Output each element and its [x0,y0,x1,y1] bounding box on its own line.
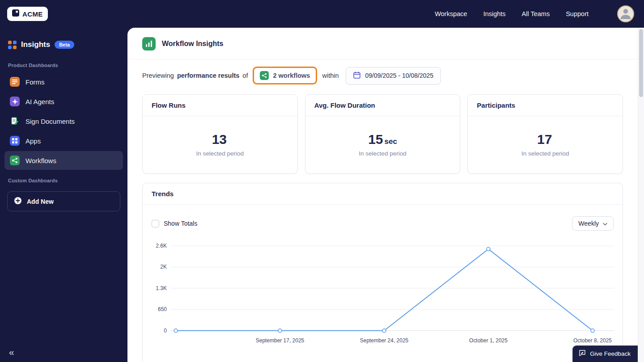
show-totals-toggle[interactable]: Show Totals [152,220,197,227]
nav-all-teams[interactable]: All Teams [522,10,550,17]
stat-subtitle: In selected period [196,150,244,157]
add-new-label: Add New [27,198,54,205]
data-point[interactable] [591,329,594,333]
workflows-selector-chip[interactable]: 2 workflows [253,67,317,84]
svg-text:September 24, 2025: September 24, 2025 [360,337,409,344]
sidebar-item-label: Forms [25,78,45,86]
stat-value: 13 [212,132,227,147]
person-icon [619,6,632,21]
nav-support[interactable]: Support [566,10,589,17]
svg-text:650: 650 [158,306,167,312]
preview-text: of [242,72,248,79]
top-nav: Workspace Insights All Teams Support [435,5,637,22]
trends-controls: Show Totals Weekly [143,205,623,233]
svg-text:1.3K: 1.3K [156,285,167,291]
chevron-down-icon [603,220,607,227]
sidebar-item-ai-agents[interactable]: AI Agents [4,92,123,111]
stat-card-flow-runs: Flow Runs 13 In selected period [142,94,298,174]
data-point[interactable] [278,329,282,333]
stat-card-avg-flow-duration: Avg. Flow Duration 15sec In selected per… [305,94,461,174]
stat-value: 15 [368,132,383,147]
trends-chart: 06501.3K2K2.6KSeptember 17, 2025Septembe… [143,233,623,362]
sidebar-item-label: Apps [25,137,41,145]
ai-agents-icon [10,97,20,106]
acme-logo[interactable]: ACME [7,7,48,21]
collapse-sidebar-icon[interactable]: « [9,347,14,358]
stat-card-title: Flow Runs [143,95,297,116]
sidebar-item-apps[interactable]: Apps [4,131,123,150]
feedback-icon [579,349,586,358]
forms-icon [10,77,20,87]
workflows-icon [10,156,20,165]
user-avatar[interactable] [617,5,634,22]
svg-text:2K: 2K [160,264,167,270]
top-bar: ACME Workspace Insights All Teams Suppor… [0,0,644,28]
sign-documents-icon [10,116,20,126]
show-totals-checkbox[interactable] [152,220,159,227]
plus-icon [14,197,22,206]
beta-badge: Beta [55,41,74,49]
acme-logo-text: ACME [22,10,43,18]
sidebar-item-label: Workflows [25,157,56,164]
svg-text:October 8, 2025: October 8, 2025 [573,337,612,344]
stat-card-participants: Participants 17 In selected period [467,94,623,174]
data-point[interactable] [487,247,490,251]
sidebar-item-workflows[interactable]: Workflows [4,151,123,170]
date-range-value: 09/09/2025 - 10/08/2025 [365,72,434,79]
nav-insights[interactable]: Insights [483,10,506,17]
panel-header: Workflow Insights [127,28,638,59]
section-custom-dashboards: Custom Dashboards [0,171,127,187]
trends-card: Trends Show Totals Weekly 06501.3K2K2.6K… [142,183,623,362]
data-point[interactable] [174,329,178,333]
insights-app-icon [8,41,17,49]
stat-card-body: 17 In selected period [468,116,623,173]
main-panel: Workflow Insights Previewing performance… [127,28,638,362]
stat-card-body: 13 In selected period [143,116,297,173]
workflow-insights-icon [142,37,156,51]
sidebar-item-label: AI Agents [25,98,54,105]
preview-summary-row: Previewing performance results of 2 work… [127,59,638,94]
feedback-label: Give Feedback [590,350,631,357]
section-product-dashboards: Product Dashboards [0,55,127,72]
frequency-value: Weekly [578,220,599,227]
sidebar-title: Insights [21,40,50,49]
svg-text:September 17, 2025: September 17, 2025 [256,337,305,344]
svg-text:2.6K: 2.6K [156,243,167,249]
apps-icon [10,136,20,146]
calendar-icon [353,72,360,80]
within-label: within [322,72,339,79]
sidebar-item-sign-documents[interactable]: Sign Documents [4,112,123,130]
scrollbar-track[interactable] [638,28,644,362]
page-title: Workflow Insights [162,40,223,48]
stat-subtitle: In selected period [359,150,407,157]
workflows-chip-label: 2 workflows [273,72,310,79]
stat-subtitle: In selected period [521,150,569,157]
sidebar-item-forms[interactable]: Forms [4,72,123,91]
trend-line-chart: 06501.3K2K2.6KSeptember 17, 2025Septembe… [148,240,617,346]
data-point[interactable] [382,329,386,333]
add-new-button[interactable]: Add New [7,191,120,211]
stat-card-title: Participants [468,95,623,116]
preview-text: Previewing [142,72,174,79]
stat-card-body: 15sec In selected period [305,116,460,173]
nav-workspace[interactable]: Workspace [435,10,467,17]
sidebar-item-label: Sign Documents [25,118,75,125]
trends-title: Trends [143,183,623,205]
acme-logo-icon [12,9,19,18]
stat-value: 17 [537,132,552,147]
preview-text-bold: performance results [177,72,239,79]
stat-unit: sec [385,137,397,146]
scrollbar-thumb[interactable] [639,29,643,97]
workflow-chip-icon [260,71,269,80]
sidebar-header: Insights Beta [0,28,127,55]
give-feedback-button[interactable]: Give Feedback [572,345,638,362]
svg-text:October 1, 2025: October 1, 2025 [469,337,508,344]
stat-cards-row: Flow Runs 13 In selected period Avg. Flo… [127,94,638,174]
show-totals-label: Show Totals [164,220,197,227]
sidebar: Insights Beta Product Dashboards Forms A… [0,28,127,362]
stat-card-title: Avg. Flow Duration [305,95,460,116]
date-range-picker[interactable]: 09/09/2025 - 10/08/2025 [346,67,441,84]
frequency-dropdown[interactable]: Weekly [572,216,614,231]
svg-text:0: 0 [164,328,167,334]
